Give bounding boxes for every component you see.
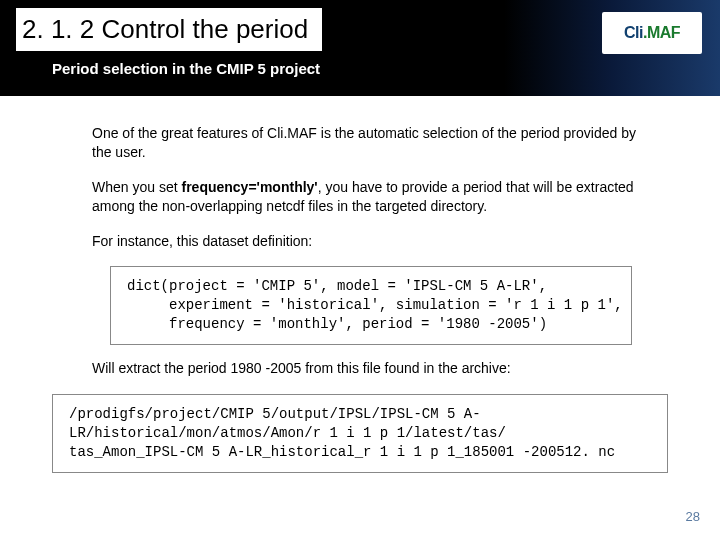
para2-a: When you set [92,179,182,195]
code-path: /prodigfs/project/CMIP 5/output/IPSL/IPS… [52,394,668,473]
logo-part1: Cli [624,24,643,42]
slide-title: 2. 1. 2 Control the period [22,14,308,45]
slide-body: One of the great features of Cli.MAF is … [0,96,720,473]
paragraph-example-intro: For instance, this dataset definition: [92,232,650,251]
paragraph-intro: One of the great features of Cli.MAF is … [92,124,650,162]
code-dict: dict(project = 'CMIP 5', model = 'IPSL-C… [110,266,632,345]
title-box: 2. 1. 2 Control the period [16,8,322,51]
paragraph-extract: Will extract the period 1980 -2005 from … [92,359,650,378]
logo-part2: MAF [647,24,680,42]
paragraph-frequency: When you set frequency='monthly', you ha… [92,178,650,216]
header-band: 2. 1. 2 Control the period Period select… [0,0,720,96]
para2-bold: frequency='monthly' [182,179,318,195]
slide-subtitle: Period selection in the CMIP 5 project [52,60,320,77]
climaf-logo: Cli.MAF [602,12,702,54]
page-number: 28 [686,509,700,524]
